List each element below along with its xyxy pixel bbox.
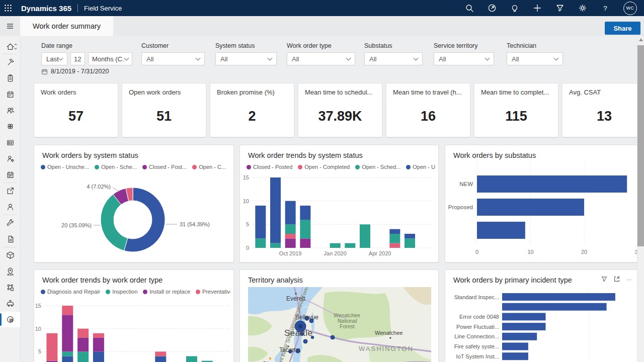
bar-segment[interactable] xyxy=(62,351,73,356)
home-expand-chevrons-icon[interactable] xyxy=(14,43,18,52)
funnel-icon[interactable] xyxy=(555,4,565,13)
filter-dropdown-service-territory[interactable]: All xyxy=(434,52,494,65)
bar[interactable] xyxy=(477,199,584,216)
map-canvas[interactable]: Everett Bellevue Seattle Tacoma Olympia … xyxy=(248,287,431,362)
tab-label: Work order summary xyxy=(33,22,101,30)
bar[interactable] xyxy=(502,352,528,360)
bar-segment[interactable] xyxy=(389,234,400,243)
bar-segment[interactable] xyxy=(93,351,104,362)
bar-segment[interactable] xyxy=(93,333,104,338)
bar-segment[interactable] xyxy=(186,356,197,362)
app-name[interactable]: Dynamics 365 xyxy=(21,4,71,13)
bar-segment[interactable] xyxy=(360,224,370,248)
share-button[interactable]: Share xyxy=(605,22,640,35)
sidebar-item-share-box[interactable] xyxy=(0,183,20,199)
bar-segment[interactable] xyxy=(405,238,415,248)
date-range-unit-select[interactable]: Months (C... xyxy=(88,52,132,65)
bar-segment[interactable] xyxy=(270,243,281,248)
user-avatar[interactable]: WC xyxy=(623,2,637,15)
bar[interactable] xyxy=(502,333,537,340)
bar-segment[interactable] xyxy=(285,234,296,238)
bar[interactable] xyxy=(502,343,528,350)
date-range-count-input[interactable]: 12 xyxy=(70,52,85,65)
bar-segment[interactable] xyxy=(389,229,400,234)
sidebar-item-document[interactable] xyxy=(0,231,20,247)
scrollbar-thumb[interactable] xyxy=(637,45,644,246)
sidebar-item-person-gear[interactable] xyxy=(0,151,20,166)
top-navigation-bar: Dynamics 365 Field Service ?WC xyxy=(0,0,644,16)
app-launcher-waffle-icon[interactable] xyxy=(0,0,16,16)
filter-dropdown-technician[interactable]: All xyxy=(507,52,563,65)
sidebar-item-clipboard[interactable] xyxy=(0,70,20,86)
map-bubble[interactable] xyxy=(303,339,307,343)
bar[interactable] xyxy=(502,303,607,311)
sidebar-item-pin[interactable] xyxy=(0,54,20,70)
bar-segment[interactable] xyxy=(300,206,310,220)
module-name[interactable]: Field Service xyxy=(84,5,122,12)
bar-segment[interactable] xyxy=(345,243,355,248)
bulb-icon[interactable] xyxy=(510,4,519,13)
map-city-dot xyxy=(389,337,391,338)
tab-work-order-summary[interactable]: Work order summary xyxy=(20,16,113,36)
bar-segment[interactable] xyxy=(155,351,166,356)
dropdown-value: All xyxy=(146,55,153,63)
guided-icon[interactable] xyxy=(488,4,497,13)
bar-segment[interactable] xyxy=(405,234,415,238)
territory-map[interactable]: Everett Bellevue Seattle Tacoma Olympia … xyxy=(248,287,431,362)
plus-icon[interactable] xyxy=(533,4,542,13)
bar[interactable] xyxy=(502,323,546,330)
bar[interactable] xyxy=(502,313,546,320)
bar-segment[interactable] xyxy=(77,351,89,362)
bar-segment[interactable] xyxy=(255,238,266,248)
chevron-down-icon xyxy=(124,56,129,61)
bar-segment[interactable] xyxy=(62,315,73,351)
bar[interactable] xyxy=(502,293,615,301)
bar-segment[interactable] xyxy=(77,329,89,338)
hamburger-menu-icon[interactable] xyxy=(0,16,20,36)
gear-icon[interactable] xyxy=(578,4,587,13)
sidebar-item-map-pin[interactable] xyxy=(0,263,20,279)
bar[interactable] xyxy=(477,222,525,239)
scrollbar-up-arrow-icon[interactable] xyxy=(639,38,643,41)
bar-segment[interactable] xyxy=(62,356,73,362)
bar-segment[interactable] xyxy=(330,243,341,248)
sidebar-item-people[interactable] xyxy=(0,103,20,118)
bar-segment[interactable] xyxy=(285,201,296,225)
sidebar-item-wrench[interactable] xyxy=(0,215,20,231)
search-icon[interactable] xyxy=(465,4,474,13)
sidebar-item-calendar[interactable] xyxy=(0,86,20,102)
bar[interactable] xyxy=(477,175,627,193)
bar-segment[interactable] xyxy=(62,306,73,315)
sidebar-item-car[interactable] xyxy=(0,296,20,311)
sidebar-item-analytics[interactable] xyxy=(0,312,20,327)
bar-segment[interactable] xyxy=(93,338,104,351)
sidebar-item-person[interactable] xyxy=(0,199,20,215)
bar-segment[interactable] xyxy=(300,238,310,248)
date-range-last-select[interactable]: Last xyxy=(41,52,67,65)
chevron-down-icon xyxy=(58,56,63,61)
filter-dropdown-system-status[interactable]: All xyxy=(215,52,277,65)
sidebar-item-home[interactable] xyxy=(0,39,20,54)
bar-segment[interactable] xyxy=(389,243,400,248)
bar-segment[interactable] xyxy=(285,238,296,248)
chevron-down-icon xyxy=(196,56,201,61)
sidebar-item-calendar-2[interactable] xyxy=(0,167,20,183)
bar-segment[interactable] xyxy=(300,220,310,238)
bar-segment[interactable] xyxy=(155,356,166,362)
sidebar-item-box[interactable] xyxy=(0,247,20,263)
bar-segment[interactable] xyxy=(270,177,281,243)
map-bubble[interactable] xyxy=(331,335,335,339)
help-icon[interactable]: ? xyxy=(601,4,610,13)
bar-segment[interactable] xyxy=(255,206,266,238)
filter-dropdown-customer[interactable]: All xyxy=(141,52,205,65)
chevron-down-icon xyxy=(346,56,351,61)
sidebar-item-knot[interactable] xyxy=(0,119,20,134)
sidebar-item-id-card[interactable] xyxy=(0,135,20,150)
bar-segment[interactable] xyxy=(285,224,296,234)
bar-segment[interactable] xyxy=(46,333,57,361)
sidebar-item-network[interactable] xyxy=(0,280,20,295)
vertical-scrollbar[interactable] xyxy=(637,36,644,362)
bar-segment[interactable] xyxy=(77,338,89,351)
filter-dropdown-substatus[interactable]: All xyxy=(364,52,423,65)
filter-dropdown-work-order-type[interactable]: All xyxy=(287,52,355,65)
